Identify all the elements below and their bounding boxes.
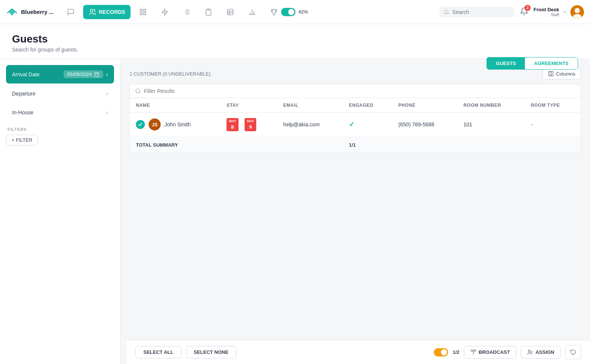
svg-rect-29	[549, 71, 553, 76]
sidebar-item-arrival-date[interactable]: Arrival Date 05/08/2024 ›	[6, 65, 114, 83]
chevron-down-icon	[562, 9, 567, 15]
content-area: 1 CUSTOMER (0 UNDELIVERABLE) Columns	[120, 59, 590, 364]
svg-line-33	[139, 92, 140, 93]
svg-rect-11	[207, 9, 210, 10]
grid-icon	[139, 8, 147, 16]
bottom-bar: SELECT ALL SELECT NONE 1/2 BROADCAST ASS…	[126, 340, 590, 364]
cell-room-number: 101	[458, 113, 525, 137]
user-area[interactable]: Front Desk Staff	[534, 5, 584, 19]
svg-rect-12	[227, 9, 233, 15]
nav-lightning[interactable]	[155, 5, 174, 19]
guest-name: John Smith	[164, 121, 191, 127]
progress-percent: 42%	[298, 9, 308, 15]
chart-icon	[248, 8, 256, 16]
broadcast-label: BROADCAST	[479, 349, 510, 355]
svg-point-0	[90, 9, 93, 12]
col-phone: PHONE	[392, 98, 458, 113]
arrival-date-pill: 05/08/2024	[64, 70, 103, 78]
page-tabs: GUESTS AGREEMENTS	[487, 57, 578, 70]
filter-results-input[interactable]	[144, 88, 575, 94]
stay-end-badge: MAY 9	[245, 118, 256, 131]
brand-logo-icon	[6, 6, 18, 18]
history-button[interactable]	[565, 345, 581, 359]
sidebar-item-in-house[interactable]: In-House ›	[6, 104, 114, 121]
search-input[interactable]	[452, 9, 510, 15]
nav-trophy[interactable]: 42%	[265, 5, 313, 19]
brand-name: Blueberry ...	[21, 9, 54, 15]
topnav: Blueberry ... RECORDS	[0, 0, 590, 24]
guest-avatar: JS	[149, 118, 161, 130]
add-filter-button[interactable]: + FILTER	[6, 135, 38, 146]
search-box[interactable]	[439, 7, 515, 17]
user-role: Staff	[534, 12, 559, 17]
tab-agreements[interactable]: AGREEMENTS	[525, 58, 578, 69]
trophy-toggle-switch[interactable]	[281, 8, 295, 16]
nav-table[interactable]	[221, 5, 240, 19]
tab-guests[interactable]: GUESTS	[487, 58, 525, 69]
arrival-date-label: Arrival Date	[12, 71, 40, 77]
cell-room-type: -	[525, 113, 581, 137]
in-house-label: In-House	[12, 109, 33, 115]
filter-search-icon	[135, 88, 141, 94]
table-row: JS John Smith MAY 8 -	[130, 113, 581, 137]
nav-chat[interactable]	[61, 5, 80, 19]
total-summary-label: TOTAL SUMMARY	[130, 136, 220, 153]
table-header: NAME STAY EMAIL ENGAGED PHONE ROOM NUMBE…	[130, 98, 581, 113]
svg-rect-25	[94, 73, 99, 77]
sidebar-item-departure[interactable]: Departure ›	[6, 85, 114, 102]
nav-grid[interactable]	[134, 5, 152, 19]
col-engaged: ENGAGED	[343, 98, 392, 113]
assign-button[interactable]: ASSIGN	[521, 346, 561, 359]
records-label: RECORDS	[99, 9, 125, 15]
page-title: Guests	[12, 33, 578, 45]
col-email: EMAIL	[277, 98, 343, 113]
svg-point-20	[445, 10, 448, 13]
broadcast-button[interactable]: BROADCAST	[464, 346, 516, 359]
columns-icon	[548, 71, 554, 77]
svg-point-36	[528, 350, 530, 352]
engaged-checkmark: ✓	[349, 121, 354, 128]
nav-list[interactable]	[177, 5, 196, 19]
table-body: JS John Smith MAY 8 -	[130, 113, 581, 153]
col-stay: STAY	[220, 98, 277, 113]
select-none-button[interactable]: SELECT NONE	[186, 346, 236, 358]
notification-badge: 2	[525, 5, 531, 11]
list-icon	[182, 8, 191, 16]
svg-rect-3	[140, 12, 142, 15]
avatar	[570, 5, 584, 19]
table-container: NAME STAY EMAIL ENGAGED PHONE ROOM NUMBE…	[129, 84, 581, 153]
row-checkbox[interactable]	[136, 120, 145, 129]
svg-rect-4	[143, 12, 146, 15]
pagination: 1/2	[453, 349, 459, 355]
user-name: Front Desk	[534, 7, 559, 12]
arrival-chevron-icon: ›	[106, 71, 108, 78]
svg-line-21	[448, 13, 449, 14]
sidebar: Arrival Date 05/08/2024 › Departure ›	[0, 59, 120, 364]
content-header: 1 CUSTOMER (0 UNDELIVERABLE) Columns	[129, 68, 581, 79]
lightning-icon	[161, 8, 169, 16]
guests-table: NAME STAY EMAIL ENGAGED PHONE ROOM NUMBE…	[130, 98, 581, 153]
main-layout: Arrival Date 05/08/2024 › Departure ›	[0, 59, 590, 364]
departure-label: Departure	[12, 91, 35, 97]
cell-stay: MAY 8 - MAY 9	[220, 113, 277, 137]
nav-clipboard[interactable]	[199, 5, 218, 19]
select-all-button[interactable]: SELECT ALL	[135, 346, 181, 358]
nav-chart[interactable]	[243, 5, 262, 19]
filter-results-row[interactable]	[130, 84, 581, 98]
notification-button[interactable]: 2	[518, 5, 531, 19]
history-icon	[570, 349, 576, 355]
columns-button[interactable]: Columns	[542, 68, 581, 79]
cell-engaged: ✓	[343, 113, 392, 137]
svg-point-23	[575, 8, 580, 13]
svg-point-34	[473, 351, 474, 352]
records-icon	[88, 8, 97, 16]
customer-count: 1 CUSTOMER (0 UNDELIVERABLE)	[129, 71, 211, 77]
nav-records[interactable]: RECORDS	[83, 5, 131, 19]
stay-start-badge: MAY 8	[227, 118, 238, 131]
chat-icon	[67, 8, 75, 16]
assign-icon	[527, 349, 533, 355]
trophy-icon	[270, 8, 278, 16]
search-icon	[444, 9, 449, 15]
page-toggle-switch[interactable]	[434, 348, 448, 356]
brand: Blueberry ...	[6, 6, 54, 18]
